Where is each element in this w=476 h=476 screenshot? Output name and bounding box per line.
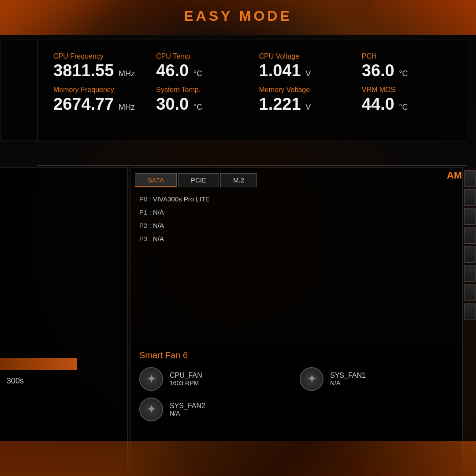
corner-tr-decoration	[335, 0, 476, 35]
tab-m2[interactable]: M.2	[220, 173, 257, 187]
bottom-banner	[0, 441, 476, 476]
pch-value: 36.0 °C	[362, 62, 451, 79]
mem-volt-label: Memory Voltage	[259, 86, 349, 94]
drive-p2-label: P2	[139, 222, 147, 229]
left-panel-progress-bar	[0, 358, 77, 370]
sys-fan2-rpm: N/A	[170, 410, 205, 417]
sys-fan2-info: SYS_FAN2 N/A	[170, 402, 205, 417]
right-btn-2[interactable]	[464, 189, 476, 206]
cpu-fan-rpm: 1603 RPM	[170, 379, 202, 387]
drive-p0-separator: :	[149, 195, 153, 203]
right-btn-1[interactable]	[464, 170, 476, 187]
drive-p3-value: N/A	[153, 235, 164, 242]
drive-p1-label: P1	[139, 208, 147, 216]
right-btn-5[interactable]	[464, 246, 476, 263]
tab-sata[interactable]: SATA	[135, 173, 177, 187]
cpu-temp-label: CPU Temp.	[156, 52, 245, 60]
drive-p0-label: P0	[139, 195, 147, 203]
cpu-fan-info: CPU_FAN 1603 RPM	[170, 372, 202, 387]
sys-fan1-rpm: N/A	[330, 379, 366, 387]
right-btn-7[interactable]	[464, 284, 476, 301]
cpu-fan-blades-icon: ✦	[146, 373, 156, 385]
horizontal-divider	[37, 165, 467, 166]
sys-temp-value: 30.0 °C	[156, 96, 245, 112]
pch-stat: PCH 36.0 °C	[355, 49, 458, 82]
drive-p2-separator: :	[149, 222, 153, 229]
cpu-temp-stat: CPU Temp. 46.0 °C	[149, 49, 252, 82]
vrm-mos-stat: VRM MOS 44.0 °C	[355, 82, 458, 116]
cpu-freq-value: 3811.55 MHz	[53, 62, 143, 79]
cpu-fan-item: ✦ CPU_FAN 1603 RPM	[139, 367, 293, 391]
cpu-volt-label: CPU Voltage	[259, 52, 349, 60]
sys-fan1-blades-icon: ✦	[307, 373, 317, 385]
drive-p3-separator: :	[149, 235, 153, 242]
cpu-volt-stat: CPU Voltage 1.041 V	[253, 49, 355, 82]
fan-grid: ✦ CPU_FAN 1603 RPM ✦ SYS_FAN1 N/A ✦ SYS_…	[139, 367, 454, 421]
sys-fan1-info: SYS_FAN1 N/A	[330, 372, 366, 387]
drive-p1-separator: :	[149, 208, 153, 216]
smart-fan-title: Smart Fan 6	[139, 350, 454, 361]
drive-p0-value: VIVA300s Pro LITE	[153, 195, 210, 203]
mem-freq-value: 2674.77 MHz	[53, 96, 143, 112]
sys-fan2-label: SYS_FAN2	[170, 402, 205, 410]
left-panel: 300s	[0, 167, 128, 476]
page-title: EASY MODE	[184, 8, 292, 24]
mem-freq-stat: Memory Frequency 2674.77 MHz	[47, 82, 149, 116]
drive-p0: P0 : VIVA300s Pro LITE	[139, 193, 454, 206]
sys-fan2-icon: ✦	[139, 398, 163, 421]
mem-volt-value: 1.221 V	[259, 96, 349, 112]
pch-label: PCH	[362, 52, 451, 60]
stats-panel: CPU Frequency 3811.55 MHz CPU Temp. 46.0…	[37, 40, 467, 141]
sys-fan1-item: ✦ SYS_FAN1 N/A	[300, 367, 454, 391]
stats-grid: CPU Frequency 3811.55 MHz CPU Temp. 46.0…	[38, 40, 467, 125]
right-btn-6[interactable]	[464, 265, 476, 282]
drive-p2-value: N/A	[153, 222, 164, 229]
corner-tl-decoration	[0, 0, 141, 35]
drive-p1-value: N/A	[153, 208, 164, 216]
drive-list: P0 : VIVA300s Pro LITE P1 : N/A P2 : N/A…	[130, 187, 462, 251]
sys-temp-stat: System Temp. 30.0 °C	[149, 82, 252, 116]
cpu-freq-stat: CPU Frequency 3811.55 MHz	[47, 49, 149, 82]
drive-p3: P3 : N/A	[139, 232, 454, 245]
cpu-fan-icon: ✦	[139, 367, 163, 391]
sys-fan2-blades-icon: ✦	[146, 403, 156, 416]
sys-temp-label: System Temp.	[156, 86, 245, 94]
mem-freq-label: Memory Frequency	[53, 86, 143, 94]
tab-pcie[interactable]: PCIE	[178, 173, 219, 187]
drive-p1: P1 : N/A	[139, 206, 454, 219]
cpu-freq-label: CPU Frequency	[53, 52, 143, 60]
cpu-temp-value: 46.0 °C	[156, 62, 245, 79]
vrm-mos-value: 44.0 °C	[362, 96, 451, 112]
sys-fan2-item: ✦ SYS_FAN2 N/A	[139, 398, 293, 421]
cpu-volt-value: 1.041 V	[259, 62, 349, 79]
sys-fan1-icon: ✦	[300, 367, 324, 391]
right-btn-8[interactable]	[464, 303, 476, 320]
drive-p2: P2 : N/A	[139, 219, 454, 232]
sys-fan1-label: SYS_FAN1	[330, 372, 366, 379]
right-btn-4[interactable]	[464, 227, 476, 244]
drive-p3-label: P3	[139, 235, 147, 242]
right-btn-3[interactable]	[464, 208, 476, 225]
vrm-mos-label: VRM MOS	[362, 86, 451, 94]
left-edge-panel	[0, 40, 37, 141]
left-panel-label: 300s	[7, 376, 24, 386]
drive-tabs: SATA PCIE M.2	[130, 168, 462, 187]
right-panel	[463, 167, 476, 476]
am-partial-label: AM	[447, 170, 462, 181]
mem-volt-stat: Memory Voltage 1.221 V	[253, 82, 355, 116]
cpu-fan-label: CPU_FAN	[170, 372, 202, 379]
